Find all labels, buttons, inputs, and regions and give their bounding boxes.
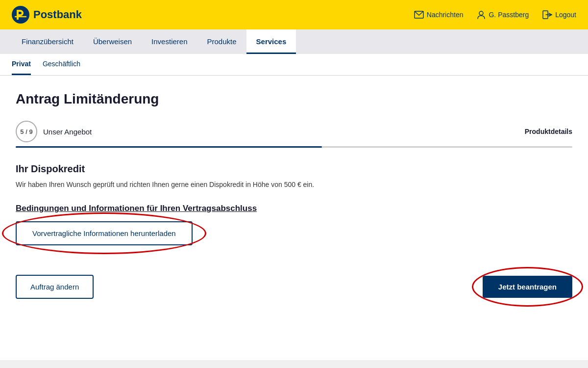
header-actions: Nachrichten G. Passtberg Logout — [414, 10, 576, 19]
sub-nav: Privat Geschäftlich — [0, 54, 588, 76]
logo-area: Postbank — [12, 6, 82, 24]
dispokredit-text: Wir haben Ihren Wunsch geprüft und richt… — [16, 180, 572, 190]
user-icon — [477, 10, 486, 19]
jetzt-beantragen-button[interactable]: Jetzt beantragen — [483, 276, 572, 298]
produktdetails-link[interactable]: Produktdetails — [525, 128, 572, 135]
svg-point-2 — [479, 11, 483, 15]
step-badge: 5 / 9 — [16, 121, 37, 142]
dispokredit-title: Ihr Dispokredit — [16, 163, 572, 175]
nachrichten-label: Nachrichten — [427, 11, 464, 19]
progress-area: 5 / 9 Unser Angebot Produktdetails — [16, 121, 572, 142]
user-label: G. Passtberg — [489, 11, 529, 19]
nav-bar: Finanzübersicht Überweisen Investieren P… — [0, 29, 588, 54]
nav-item-produkte[interactable]: Produkte — [197, 29, 246, 54]
progress-line-bg — [16, 146, 572, 148]
header: Postbank Nachrichten G. Passtberg Logout — [0, 0, 588, 29]
logout-label: Logout — [555, 11, 576, 19]
nav-item-investieren[interactable]: Investieren — [142, 29, 197, 54]
progress-line-fill — [16, 146, 322, 148]
step-label: Unser Angebot — [43, 128, 92, 136]
postbank-logo-icon — [12, 6, 29, 24]
logout-icon — [542, 10, 552, 19]
user-action[interactable]: G. Passtberg — [477, 10, 529, 19]
auftrag-aendern-button[interactable]: Auftrag ändern — [16, 275, 94, 299]
subnav-geschaeftlich[interactable]: Geschäftlich — [43, 54, 80, 75]
bottom-actions: Auftrag ändern Jetzt beantragen — [16, 275, 572, 299]
bedingungen-subtitle: Bedingungen und Informationen für Ihren … — [16, 204, 572, 213]
page-title: Antrag Limitänderung — [16, 91, 572, 107]
nav-item-services[interactable]: Services — [246, 29, 296, 54]
logo-text: Postbank — [33, 8, 82, 21]
logout-action[interactable]: Logout — [542, 10, 576, 19]
jetzt-btn-wrapper: Jetzt beantragen — [483, 276, 572, 298]
progress-line-container — [16, 146, 572, 148]
nav-item-finanzuebersicht[interactable]: Finanzübersicht — [12, 29, 83, 54]
download-btn[interactable]: Vorvertragliche Informationen herunterla… — [16, 221, 193, 245]
progress-step: 5 / 9 Unser Angebot — [16, 121, 92, 142]
nav-item-ueberweisen[interactable]: Überweisen — [83, 29, 142, 54]
subnav-privat[interactable]: Privat — [12, 54, 31, 75]
download-btn-wrapper: Vorvertragliche Informationen herunterla… — [16, 221, 193, 245]
main-content: Antrag Limitänderung 5 / 9 Unser Angebot… — [0, 76, 588, 360]
mail-icon — [414, 11, 424, 19]
nachrichten-action[interactable]: Nachrichten — [414, 11, 464, 19]
